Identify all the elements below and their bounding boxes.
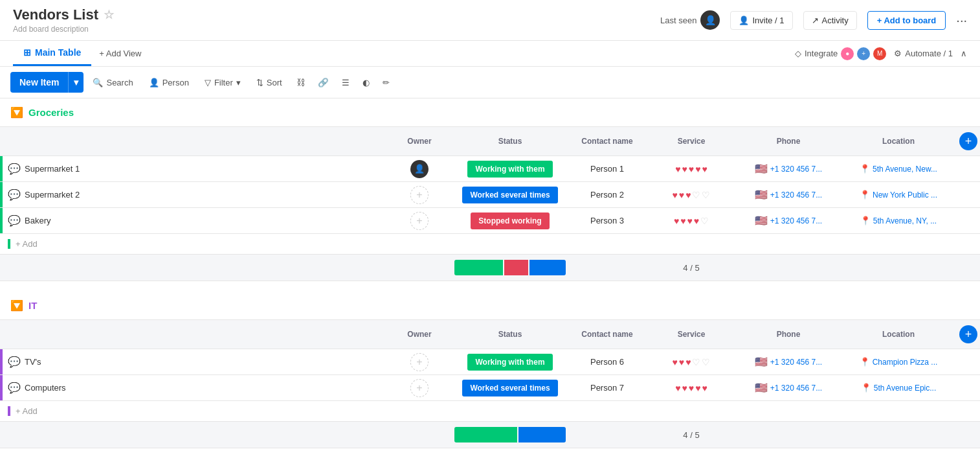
automate-button[interactable]: ⚙ Automate / 1: [894, 49, 953, 58]
item-name: TV's: [25, 357, 41, 367]
row-phone[interactable]: 🇺🇸 +1 320 456 7...: [737, 352, 840, 372]
row-location[interactable]: 📍 New York Public ...: [840, 186, 957, 203]
integrate-circle-3: M: [873, 47, 886, 60]
embed-icon-button[interactable]: 🔗: [313, 74, 334, 91]
row-phone[interactable]: 🇺🇸 +1 320 456 7...: [737, 378, 840, 398]
activity-button[interactable]: ↗ Activity: [803, 11, 857, 30]
table-row: 💬 Supermarket 2 + Worked several times P…: [0, 182, 980, 208]
comment-icon[interactable]: 💬: [8, 382, 21, 394]
group-it-toggle[interactable]: 🔽: [10, 299, 23, 312]
row-item-name[interactable]: 💬 Bakery: [3, 208, 387, 233]
comment-icon[interactable]: 💬: [8, 356, 21, 368]
row-owner[interactable]: +: [387, 379, 452, 397]
flag-icon: 🇺🇸: [755, 163, 768, 175]
it-column-headers: Owner Status Contact name Service Phone …: [0, 319, 980, 349]
phone-number: +1 320 456 7...: [770, 216, 822, 225]
comment-icon[interactable]: 💬: [8, 163, 21, 175]
comment-icon[interactable]: 💬: [8, 214, 21, 227]
link-icon-button[interactable]: ⛓: [291, 74, 310, 91]
col-header-service: Service: [646, 132, 737, 151]
sort-label: Sort: [267, 78, 282, 87]
row-contact: Person 2: [568, 186, 646, 203]
activity-label: Activity: [822, 16, 849, 25]
status-badge: Working with them: [467, 161, 552, 178]
row-item-name[interactable]: 💬 Computers: [3, 375, 387, 400]
location-text: Champion Pizza ...: [873, 358, 938, 367]
summary-service: 4 / 5: [646, 258, 737, 278]
board-title-text: Vendors List: [13, 6, 98, 23]
add-column-button[interactable]: +: [959, 132, 977, 150]
add-row-button[interactable]: + Add: [0, 234, 980, 255]
filter-label: Filter: [214, 78, 233, 87]
tab-main-table-label: Main Table: [35, 47, 81, 58]
heart-4: ♥: [695, 383, 700, 393]
add-column-button[interactable]: +: [959, 325, 977, 343]
highlight-icon-button[interactable]: ◐: [357, 74, 375, 91]
status-bar-blue: [518, 427, 566, 442]
sort-icon: ⇅: [256, 78, 263, 87]
row-location[interactable]: 📍 5th Avenue, New...: [840, 160, 957, 178]
row-owner[interactable]: 👤: [387, 160, 452, 178]
row-location[interactable]: 📍 Champion Pizza ...: [840, 353, 957, 371]
collapse-icon[interactable]: ∧: [961, 49, 967, 58]
col-header-contact: Contact name: [568, 132, 646, 151]
tab-main-table[interactable]: ⊞ Main Table: [13, 41, 91, 66]
row-phone[interactable]: 🇺🇸 +1 320 456 7...: [737, 185, 840, 205]
row-status[interactable]: Stopped working: [452, 209, 568, 233]
avatar-empty: +: [410, 353, 429, 371]
new-item-button[interactable]: New Item ▾: [10, 72, 84, 93]
heart-2: ♥: [679, 190, 684, 200]
row-owner[interactable]: +: [387, 353, 452, 371]
add-view-button[interactable]: + Add View: [91, 42, 149, 65]
status-badge: Worked several times: [462, 187, 557, 203]
status-badge: Stopped working: [471, 213, 549, 229]
heart-3: ♥: [685, 190, 691, 200]
row-status[interactable]: Working with them: [452, 157, 568, 181]
row-item-name[interactable]: 💬 TV's: [3, 349, 387, 374]
add-to-board-button[interactable]: + Add to board: [867, 11, 946, 30]
it-add-row-button[interactable]: + Add: [0, 401, 980, 422]
summary-status: [452, 422, 568, 448]
board-title: Vendors List ☆: [13, 6, 114, 23]
row-item-name[interactable]: 💬 Supermarket 2: [3, 182, 387, 207]
row-service: ♥ ♥ ♥ ♥ ♡: [646, 212, 737, 230]
row-phone[interactable]: 🇺🇸 +1 320 456 7...: [737, 211, 840, 231]
integrate-circle-2: +: [857, 47, 870, 60]
heart-3: ♥: [689, 164, 694, 174]
filter-button[interactable]: ▽ Filter ▾: [198, 74, 247, 91]
star-icon[interactable]: ☆: [104, 8, 114, 22]
draw-icon-button[interactable]: ✏: [377, 74, 395, 91]
col-header-status: Status: [452, 132, 568, 151]
row-status[interactable]: Worked several times: [452, 376, 568, 400]
row-location[interactable]: 📍 5th Avenue, NY, ...: [840, 212, 957, 229]
sort-button[interactable]: ⇅ Sort: [250, 74, 289, 91]
row-location[interactable]: 📍 5th Avenue Epic...: [840, 379, 957, 396]
heart-5: ♥: [702, 383, 707, 393]
flag-icon: 🇺🇸: [755, 382, 768, 394]
group-it-header[interactable]: 🔽 IT: [0, 292, 980, 319]
invite-button[interactable]: 👤 Invite / 1: [730, 11, 792, 30]
row-status[interactable]: Worked several times: [452, 183, 568, 207]
table-row: 💬 Supermarket 1 👤 Working with them Pers…: [0, 156, 980, 182]
person-button[interactable]: 👤 Person: [142, 74, 195, 91]
location-pin-icon: 📍: [860, 164, 870, 174]
group-groceries-header[interactable]: 🔽 Groceries: [0, 98, 980, 126]
row-phone[interactable]: 🇺🇸 +1 320 456 7...: [737, 159, 840, 179]
row-owner[interactable]: +: [387, 186, 452, 204]
view-tabs-left: ⊞ Main Table + Add View: [13, 41, 149, 66]
more-options-button[interactable]: ···: [956, 13, 967, 28]
board-description[interactable]: Add board description: [13, 25, 114, 34]
comment-icon[interactable]: 💬: [8, 189, 21, 201]
group-groceries-toggle[interactable]: 🔽: [10, 106, 23, 119]
phone-number: +1 320 456 7...: [770, 358, 822, 367]
new-item-dropdown-arrow[interactable]: ▾: [68, 72, 84, 93]
row-item-name[interactable]: 💬 Supermarket 1: [3, 156, 387, 181]
person-icon: 👤: [149, 78, 159, 87]
search-button[interactable]: 🔍 Search: [86, 74, 139, 91]
integrate-button[interactable]: ◇ Integrate ● + M: [795, 47, 886, 60]
integrate-circle-1: ●: [841, 47, 854, 60]
row-owner[interactable]: +: [387, 212, 452, 230]
row-service: ♥ ♥ ♥ ♡ ♡: [646, 353, 737, 371]
row-status[interactable]: Working with them: [452, 350, 568, 374]
rows-icon-button[interactable]: ☰: [337, 74, 355, 91]
